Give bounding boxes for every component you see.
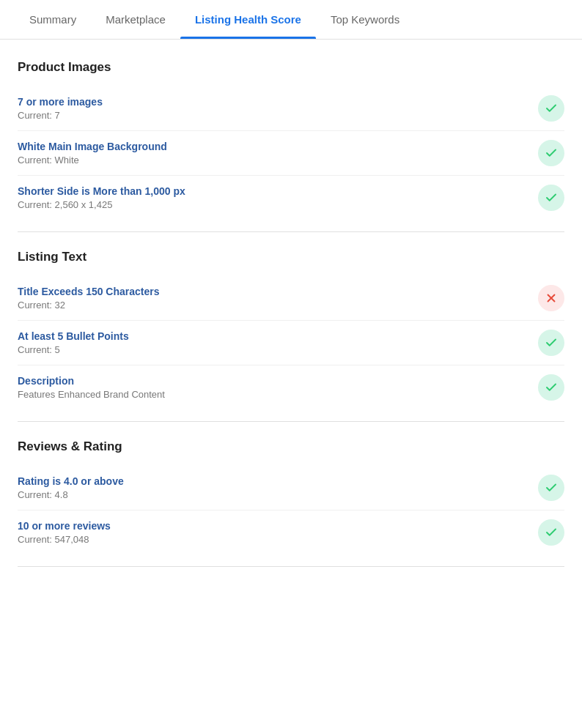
check-item-label-images-count: 7 or more images xyxy=(18,96,526,108)
check-item-current-title-length: Current: 32 xyxy=(18,300,526,311)
check-item-label-title-length: Title Exceeds 150 Characters xyxy=(18,286,526,297)
check-item-current-image-size: Current: 2,560 x 1,425 xyxy=(18,199,526,210)
check-item-text-reviews-count: 10 or more reviewsCurrent: 547,048 xyxy=(18,520,526,545)
check-item-label-reviews-count: 10 or more reviews xyxy=(18,520,526,532)
check-item-label-description: Description xyxy=(18,375,526,387)
check-item-main-image-bg: White Main Image BackgroundCurrent: Whit… xyxy=(18,131,564,176)
section-title-reviews-rating: Reviews & Rating xyxy=(18,434,564,454)
tab-summary[interactable]: Summary xyxy=(15,0,91,39)
tab-bar: SummaryMarketplaceListing Health ScoreTo… xyxy=(0,0,582,40)
check-item-current-rating: Current: 4.8 xyxy=(18,489,526,500)
tab-marketplace[interactable]: Marketplace xyxy=(91,0,180,39)
check-item-label-main-image-bg: White Main Image Background xyxy=(18,141,526,152)
check-item-text-images-count: 7 or more imagesCurrent: 7 xyxy=(18,96,526,121)
check-item-image-size: Shorter Side is More than 1,000 pxCurren… xyxy=(18,176,564,220)
checkmark-icon xyxy=(538,519,564,546)
check-item-text-image-size: Shorter Side is More than 1,000 pxCurren… xyxy=(18,185,526,210)
check-item-label-rating: Rating is 4.0 or above xyxy=(18,475,526,487)
section-listing-text: Listing TextTitle Exceeds 150 Characters… xyxy=(18,244,564,409)
section-reviews-rating: Reviews & RatingRating is 4.0 or aboveCu… xyxy=(18,434,564,554)
check-item-bullet-points: At least 5 Bullet PointsCurrent: 5 xyxy=(18,321,564,365)
check-item-images-count: 7 or more imagesCurrent: 7 xyxy=(18,86,564,131)
checkmark-icon xyxy=(538,374,564,401)
tab-listing-health-score[interactable]: Listing Health Score xyxy=(180,0,316,39)
check-item-label-bullet-points: At least 5 Bullet Points xyxy=(18,330,526,342)
check-item-text-main-image-bg: White Main Image BackgroundCurrent: Whit… xyxy=(18,141,526,166)
section-product-images: Product Images7 or more imagesCurrent: 7… xyxy=(18,54,564,220)
x-icon xyxy=(538,285,564,311)
section-title-product-images: Product Images xyxy=(18,54,564,75)
check-item-description: DescriptionFeatures Enhanced Brand Conte… xyxy=(18,365,564,409)
section-title-listing-text: Listing Text xyxy=(18,244,564,264)
check-item-current-main-image-bg: Current: White xyxy=(18,155,526,166)
tab-top-keywords[interactable]: Top Keywords xyxy=(316,0,414,39)
check-item-rating: Rating is 4.0 or aboveCurrent: 4.8 xyxy=(18,466,564,510)
check-item-text-title-length: Title Exceeds 150 CharactersCurrent: 32 xyxy=(18,286,526,311)
check-item-title-length: Title Exceeds 150 CharactersCurrent: 32 xyxy=(18,276,564,321)
check-item-label-image-size: Shorter Side is More than 1,000 px xyxy=(18,185,526,197)
check-item-current-images-count: Current: 7 xyxy=(18,110,526,121)
checkmark-icon xyxy=(538,185,564,211)
check-item-current-bullet-points: Current: 5 xyxy=(18,344,526,355)
check-item-text-rating: Rating is 4.0 or aboveCurrent: 4.8 xyxy=(18,475,526,500)
checkmark-icon xyxy=(538,140,564,166)
check-item-text-description: DescriptionFeatures Enhanced Brand Conte… xyxy=(18,375,526,400)
check-item-reviews-count: 10 or more reviewsCurrent: 547,048 xyxy=(18,510,564,554)
main-content: Product Images7 or more imagesCurrent: 7… xyxy=(0,40,582,593)
check-item-current-reviews-count: Current: 547,048 xyxy=(18,534,526,545)
check-item-current-description: Features Enhanced Brand Content xyxy=(18,389,526,400)
checkmark-icon xyxy=(538,95,564,122)
check-item-text-bullet-points: At least 5 Bullet PointsCurrent: 5 xyxy=(18,330,526,355)
checkmark-icon xyxy=(538,475,564,501)
checkmark-icon xyxy=(538,330,564,356)
